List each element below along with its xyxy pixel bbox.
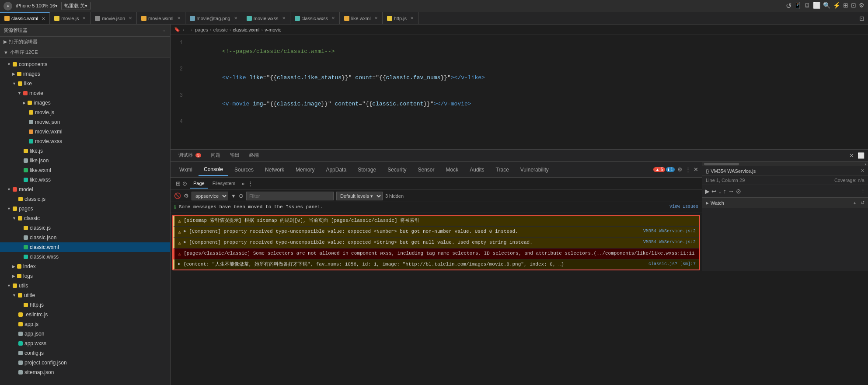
nav-back-icon[interactable]: ←	[182, 27, 187, 32]
tree-file-movie-wxss[interactable]: movie.wxss	[0, 136, 170, 146]
eye-icon[interactable]: ⊙	[239, 192, 244, 199]
tree-folder-utitle[interactable]: ▼ utitle	[0, 290, 170, 300]
console-filter-input[interactable]	[246, 192, 334, 200]
nav-fwd-icon[interactable]: →	[188, 27, 193, 32]
close-icon[interactable]: ✕	[282, 16, 286, 21]
more-icon[interactable]: ⋮	[248, 180, 253, 187]
tab-appdata[interactable]: AppData	[321, 164, 352, 175]
tree-file-eslint[interactable]: .eslintrc.js	[0, 310, 170, 319]
expand-icon[interactable]: ▶	[184, 228, 186, 235]
step-into-btn[interactable]: ↓	[718, 188, 722, 195]
resume-btn[interactable]: ▶	[705, 188, 710, 195]
sources-tab-page[interactable]: Page	[190, 179, 208, 189]
code-editor[interactable]: 1 <!--pages/classic/classic.wxml--> 2 <v…	[171, 35, 868, 149]
tab-trace[interactable]: Trace	[491, 164, 514, 175]
close-icon[interactable]: ✕	[129, 16, 132, 21]
tab-like-wxml[interactable]: like.wxml ✕	[340, 12, 383, 24]
close-icon[interactable]: ✕	[177, 16, 181, 21]
tab-output[interactable]: 输出	[226, 150, 244, 161]
tree-folder-movie[interactable]: ▼ movie	[0, 88, 170, 98]
context-selector[interactable]: appservice	[192, 192, 228, 200]
expand-icon[interactable]: ▶	[184, 238, 186, 246]
phone-icon[interactable]: 📱	[794, 2, 802, 10]
step-btn[interactable]: →	[728, 188, 734, 195]
tab-debugger[interactable]: 调试器 5	[174, 150, 206, 161]
tab-storage[interactable]: Storage	[352, 164, 381, 175]
tab-security[interactable]: Security	[382, 164, 411, 175]
refresh-btn[interactable]: ↺	[786, 2, 791, 10]
tab-overflow-btn[interactable]: ⊡	[856, 15, 868, 22]
tab-mock[interactable]: Mock	[441, 164, 464, 175]
tree-file-config-js[interactable]: config.js	[0, 348, 170, 358]
refresh-watch-btn[interactable]: ↺	[861, 200, 865, 206]
maximize-devtools-btn[interactable]: ⬜	[858, 152, 865, 159]
tree-file-movie-wxml[interactable]: movie.wxml	[0, 127, 170, 136]
tab-classic-wxml[interactable]: classic.wxml ✕	[0, 12, 50, 24]
search-icon[interactable]: 🔍	[823, 2, 830, 10]
eye-icon[interactable]: ⊙	[182, 180, 187, 187]
tree-file-app-wxss[interactable]: app.wxss	[0, 339, 170, 348]
source-link[interactable]: classic.js? [sm]:7	[648, 260, 696, 268]
hot-render-btn[interactable]: 热重载 关▾	[61, 2, 91, 10]
close-icon[interactable]: ✕	[410, 16, 414, 21]
tab-movie-wxml[interactable]: movie.wxml ✕	[137, 12, 185, 24]
close-icon[interactable]: ✕	[234, 16, 237, 21]
more-icon[interactable]: ⊡	[851, 2, 856, 10]
tree-folder-images2[interactable]: ▶ images	[0, 98, 170, 108]
source-link[interactable]: VM354 WAService.js:2	[643, 238, 696, 246]
tree-file-movie-json[interactable]: movie.json	[0, 117, 170, 127]
tree-file-classic-json[interactable]: classic.json	[0, 233, 170, 242]
close-icon[interactable]: ✕	[82, 16, 86, 21]
tree-file-app-js[interactable]: app.js	[0, 319, 170, 329]
tab-classic-wxss[interactable]: classic.wxss ✕	[290, 12, 340, 24]
scroll-thumb[interactable]	[704, 163, 739, 165]
deactivate-btn[interactable]: ⊘	[736, 188, 741, 195]
tree-file-classic-wxml[interactable]: classic.wxml	[0, 242, 170, 252]
settings-icon[interactable]: ⚙	[859, 2, 865, 10]
tree-file-sitemap-json[interactable]: sitemap.json	[0, 368, 170, 377]
tab-vulnerability[interactable]: Vulnerability	[515, 164, 554, 175]
more-icon[interactable]: ⋮	[685, 166, 691, 173]
close-icon[interactable]: ✕	[331, 16, 335, 21]
tab-audits[interactable]: Audits	[464, 164, 489, 175]
tree-folder-pages[interactable]: ▼ pages	[0, 204, 170, 214]
tab-terminal[interactable]: 终端	[245, 150, 263, 161]
tab-http-js[interactable]: http.js ✕	[383, 12, 418, 24]
tree-folder-model[interactable]: ▼ model	[0, 185, 170, 194]
tab-sources[interactable]: Sources	[229, 164, 259, 175]
add-watch-btn[interactable]: +	[854, 200, 856, 206]
clear-console-btn[interactable]: 🚫	[174, 192, 181, 199]
close-icon[interactable]: ✕	[861, 168, 865, 174]
tree-file-classic-js-model[interactable]: classic.js	[0, 194, 170, 204]
source-link[interactable]: VM354 WAService.js:2	[643, 228, 696, 235]
tree-file-classic-js[interactable]: classic.js	[0, 223, 170, 233]
tree-file-like-json[interactable]: like.json	[0, 156, 170, 165]
tree-file-like-wxss[interactable]: like.wxss	[0, 175, 170, 185]
close-devtools-btn[interactable]: ✕	[849, 152, 854, 159]
log-level-select[interactable]: Default levels ▾	[336, 192, 383, 200]
sources-tab-filesystem[interactable]: Filesystem	[209, 179, 239, 189]
add-fs-icon[interactable]: »	[241, 180, 244, 187]
more-breakpoints-icon[interactable]: ⋮	[861, 188, 865, 194]
tab-console[interactable]: Console	[199, 164, 228, 176]
tab-movie-json[interactable]: movie.json ✕	[91, 12, 137, 24]
tab-issues[interactable]: 问题	[206, 150, 225, 161]
tree-folder-utils[interactable]: ▼ utils	[0, 281, 170, 290]
tab-sensor[interactable]: Sensor	[413, 164, 440, 175]
monitor-icon[interactable]: 🖥	[804, 2, 810, 10]
grid-icon[interactable]: ⊞	[843, 2, 848, 10]
device-selector[interactable]: iPhone 5 100% 16▾	[16, 3, 58, 9]
close-icon[interactable]: ✕	[374, 16, 378, 21]
settings-icon[interactable]: ⚙	[677, 166, 683, 173]
tree-file-http-js[interactable]: http.js	[0, 300, 170, 310]
tree-file-movie-js[interactable]: movie.js	[0, 108, 170, 117]
expand-icon[interactable]: ▶	[178, 260, 181, 268]
close-icon[interactable]: ✕	[694, 166, 698, 173]
expand-icon[interactable]: ⊞	[176, 180, 181, 187]
tab-movie-tag-png[interactable]: movie@tag.png ✕	[185, 12, 242, 24]
tree-folder-like[interactable]: ▼ like	[0, 79, 170, 88]
tree-file-project-config[interactable]: project.config.json	[0, 358, 170, 368]
tree-file-like-js[interactable]: like.js	[0, 146, 170, 156]
tab-movie-js[interactable]: movie.js ✕	[50, 12, 91, 24]
close-icon[interactable]: ✕	[42, 16, 45, 21]
